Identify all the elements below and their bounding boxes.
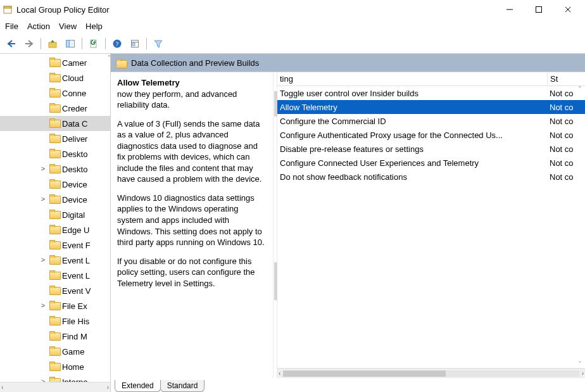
properties-button[interactable]: [127, 37, 142, 51]
tree-item-label: Data C: [62, 119, 87, 129]
tab-standard[interactable]: Standard: [160, 380, 205, 392]
scroll-right-icon[interactable]: ›: [582, 370, 584, 377]
up-folder-button[interactable]: [45, 37, 60, 51]
tree-item[interactable]: >Device: [0, 192, 110, 207]
tree-item-label: Device: [62, 195, 87, 205]
expand-icon[interactable]: >: [39, 165, 47, 172]
list-row[interactable]: Configure Connected User Experiences and…: [277, 156, 585, 170]
tree-item[interactable]: >File Ex: [0, 298, 110, 313]
menu-action[interactable]: Action: [27, 22, 50, 31]
tree-item[interactable]: >Deskto: [0, 161, 110, 177]
folder-icon: [49, 362, 60, 372]
help-button[interactable]: ?: [110, 37, 125, 51]
folder-icon: [49, 377, 60, 382]
column-state[interactable]: St: [547, 72, 585, 85]
tree-item-label: Deskto: [62, 149, 87, 159]
tree-item[interactable]: Game: [0, 344, 110, 359]
scroll-up-icon[interactable]: ˆ: [108, 55, 110, 62]
scroll-right-icon[interactable]: ›: [107, 384, 109, 391]
tree-item-label: Edge U: [62, 225, 89, 235]
tree-item[interactable]: Deliver: [0, 131, 110, 146]
tree-item[interactable]: >Event L: [0, 253, 110, 268]
expand-icon[interactable]: >: [39, 301, 47, 309]
tree-item[interactable]: Find M: [0, 329, 110, 344]
list-row[interactable]: Toggle user control over Insider buildsN…: [277, 86, 585, 100]
scrollbar-thumb[interactable]: [283, 370, 446, 377]
folder-icon: [49, 270, 60, 281]
list-row[interactable]: Configure the Commercial IDNot co: [277, 114, 585, 128]
tree-item[interactable]: File His: [0, 313, 110, 329]
tree-item[interactable]: Event F: [0, 237, 110, 253]
column-setting[interactable]: ting: [277, 72, 547, 85]
tree-item[interactable]: Event L: [0, 268, 110, 283]
tree-item-label: File Ex: [62, 301, 87, 311]
description-paragraph: A value of 3 (Full) sends the same data …: [117, 118, 267, 185]
tree-item[interactable]: Camer: [0, 55, 110, 70]
tree-item[interactable]: Device: [0, 177, 110, 192]
tree-item[interactable]: >Interne: [0, 374, 110, 382]
tree-item[interactable]: Cloud: [0, 70, 110, 85]
right-pane-title: Data Collection and Preview Builds: [131, 58, 259, 68]
back-button[interactable]: [4, 37, 19, 51]
folder-icon: [49, 134, 60, 144]
list-row[interactable]: Configure Authenticated Proxy usage for …: [277, 128, 585, 142]
main-area: CamerCloudConneCrederData CDeliverDeskto…: [0, 54, 585, 392]
tree-item-label: Digital: [62, 210, 85, 220]
folder-icon: [49, 149, 60, 159]
list-horizontal-scrollbar[interactable]: ‹ ›: [277, 368, 585, 378]
tree-item[interactable]: Edge U: [0, 222, 110, 237]
menu-help[interactable]: Help: [85, 22, 103, 31]
scroll-up-icon[interactable]: ˆ: [579, 86, 581, 93]
close-button[interactable]: [553, 0, 582, 19]
titlebar: Local Group Policy Editor: [0, 0, 585, 19]
folder-icon: [49, 240, 60, 250]
folder-icon: [49, 88, 60, 98]
folder-icon: [49, 255, 60, 265]
toolbar-separator: [146, 38, 147, 49]
splitter[interactable]: [273, 72, 277, 378]
right-pane-header: Data Collection and Preview Builds: [111, 54, 585, 72]
view-tabs: Extended Standard: [111, 378, 585, 392]
tree-item-label: Find M: [62, 332, 87, 341]
tab-extended[interactable]: Extended: [115, 380, 161, 392]
scroll-left-icon[interactable]: ‹: [279, 370, 280, 377]
list-vertical-scrollbar[interactable]: ˆ ˇ: [575, 86, 585, 368]
settings-list: ting St Toggle user control over Insider…: [277, 72, 585, 378]
minimize-button[interactable]: [495, 0, 524, 19]
show-hide-tree-button[interactable]: [63, 37, 78, 51]
policy-title: Allow Telemetry: [117, 77, 267, 89]
expand-icon[interactable]: >: [39, 377, 47, 382]
tree-item[interactable]: Creder: [0, 101, 110, 116]
scroll-left-icon[interactable]: ‹: [1, 384, 3, 391]
tree-item[interactable]: Deskto: [0, 146, 110, 161]
list-row[interactable]: Do not show feedback notificationsNot co: [277, 170, 585, 184]
tree-item[interactable]: Conne: [0, 85, 110, 101]
forward-button[interactable]: [22, 37, 37, 51]
menu-file[interactable]: File: [5, 22, 18, 31]
list-row[interactable]: Disable pre-release features or settings…: [277, 142, 585, 156]
filter-button[interactable]: [151, 37, 166, 51]
expand-icon[interactable]: >: [39, 195, 47, 203]
menu-view[interactable]: View: [59, 22, 77, 31]
svg-rect-3: [536, 7, 542, 13]
tree-item-label: Creder: [62, 104, 87, 113]
maximize-button[interactable]: [524, 0, 553, 19]
tree-item[interactable]: Data C: [0, 116, 110, 131]
setting-name: Configure the Commercial ID: [277, 117, 547, 126]
tree-item[interactable]: Home: [0, 359, 110, 374]
list-header[interactable]: ting St: [277, 72, 585, 86]
scroll-down-icon[interactable]: ˇ: [579, 361, 581, 368]
expand-icon[interactable]: >: [39, 256, 47, 263]
tree-horizontal-scrollbar[interactable]: ‹ ›: [0, 382, 110, 392]
tree-item-label: Interne: [62, 377, 87, 383]
folder-icon: [49, 286, 60, 296]
folder-icon: [49, 103, 60, 113]
toolbar-separator: [82, 38, 82, 49]
list-row[interactable]: Allow TelemetryNot co: [277, 100, 585, 114]
tree-item[interactable]: Digital: [0, 207, 110, 222]
tree-item[interactable]: Event V: [0, 283, 110, 298]
refresh-button[interactable]: [86, 37, 101, 51]
setting-name: Allow Telemetry: [277, 103, 547, 112]
folder-icon: [49, 164, 60, 174]
folder-icon: [49, 225, 60, 235]
